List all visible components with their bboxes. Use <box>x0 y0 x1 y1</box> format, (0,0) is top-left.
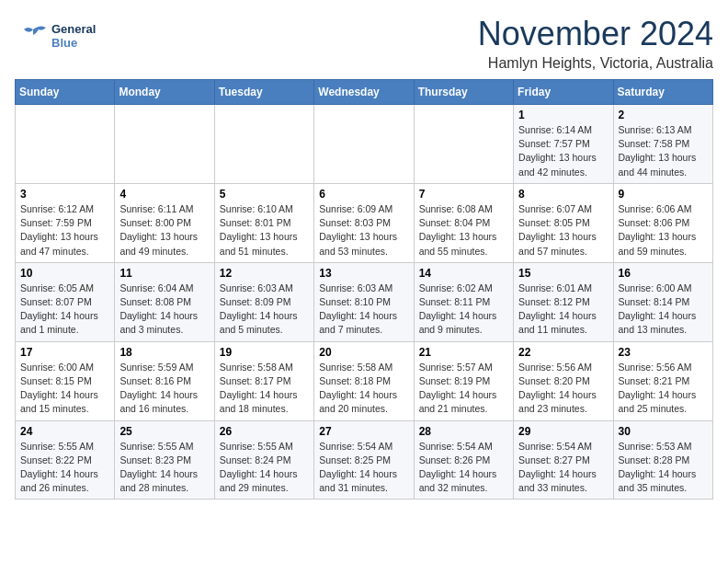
day-number: 16 <box>619 267 708 280</box>
calendar-day-header: Tuesday <box>214 80 313 105</box>
calendar-cell: 6Sunrise: 6:09 AM Sunset: 8:03 PM Daylig… <box>314 183 414 262</box>
day-info: Sunrise: 6:00 AM Sunset: 8:15 PM Dayligh… <box>20 361 109 417</box>
calendar-cell: 13Sunrise: 6:03 AM Sunset: 8:10 PM Dayli… <box>314 262 414 341</box>
calendar-cell <box>214 105 313 184</box>
day-number: 10 <box>20 267 109 280</box>
day-number: 27 <box>319 425 408 438</box>
calendar-cell: 2Sunrise: 6:13 AM Sunset: 7:58 PM Daylig… <box>613 105 712 184</box>
calendar-cell: 20Sunrise: 5:58 AM Sunset: 8:18 PM Dayli… <box>314 341 414 420</box>
day-number: 18 <box>119 346 209 359</box>
day-number: 19 <box>220 346 309 359</box>
day-info: Sunrise: 5:58 AM Sunset: 8:17 PM Dayligh… <box>220 361 309 417</box>
day-number: 1 <box>518 109 608 121</box>
day-info: Sunrise: 6:06 AM Sunset: 8:06 PM Dayligh… <box>619 202 708 259</box>
calendar-cell: 19Sunrise: 5:58 AM Sunset: 8:17 PM Dayli… <box>214 341 313 420</box>
day-number: 13 <box>319 267 408 280</box>
calendar-cell: 25Sunrise: 5:55 AM Sunset: 8:23 PM Dayli… <box>115 420 214 500</box>
calendar-week-row: 17Sunrise: 6:00 AM Sunset: 8:15 PM Dayli… <box>16 341 713 420</box>
calendar-cell: 26Sunrise: 5:55 AM Sunset: 8:24 PM Dayli… <box>214 420 313 500</box>
day-number: 20 <box>319 346 408 359</box>
logo: General Blue <box>15 18 96 55</box>
calendar-day-header: Monday <box>115 80 214 105</box>
day-number: 24 <box>20 425 109 438</box>
calendar-cell: 27Sunrise: 5:54 AM Sunset: 8:25 PM Dayli… <box>314 420 414 500</box>
day-info: Sunrise: 5:55 AM Sunset: 8:24 PM Dayligh… <box>220 440 309 496</box>
calendar-week-row: 24Sunrise: 5:55 AM Sunset: 8:22 PM Dayli… <box>16 420 713 500</box>
day-info: Sunrise: 5:55 AM Sunset: 8:22 PM Dayligh… <box>20 440 109 496</box>
calendar-day-header: Thursday <box>414 80 513 105</box>
day-info: Sunrise: 5:53 AM Sunset: 8:28 PM Dayligh… <box>619 440 708 496</box>
day-number: 5 <box>220 188 309 201</box>
calendar-cell: 10Sunrise: 6:05 AM Sunset: 8:07 PM Dayli… <box>16 262 115 341</box>
header: General Blue November 2024 Hamlyn Height… <box>15 15 713 72</box>
day-number: 8 <box>518 188 608 201</box>
day-number: 28 <box>419 425 508 438</box>
calendar-cell: 24Sunrise: 5:55 AM Sunset: 8:22 PM Dayli… <box>16 420 115 500</box>
day-number: 14 <box>419 267 508 280</box>
day-info: Sunrise: 6:02 AM Sunset: 8:11 PM Dayligh… <box>419 282 508 338</box>
calendar-cell: 3Sunrise: 6:12 AM Sunset: 7:59 PM Daylig… <box>16 183 115 262</box>
calendar-week-row: 3Sunrise: 6:12 AM Sunset: 7:59 PM Daylig… <box>16 183 713 262</box>
day-number: 22 <box>518 346 608 359</box>
day-number: 25 <box>119 425 209 438</box>
day-info: Sunrise: 6:01 AM Sunset: 8:12 PM Dayligh… <box>518 282 608 338</box>
calendar-cell: 12Sunrise: 6:03 AM Sunset: 8:09 PM Dayli… <box>214 262 313 341</box>
day-info: Sunrise: 6:12 AM Sunset: 7:59 PM Dayligh… <box>20 202 109 259</box>
logo-blue: Blue <box>51 37 96 51</box>
calendar-cell: 7Sunrise: 6:08 AM Sunset: 8:04 PM Daylig… <box>414 183 513 262</box>
calendar-cell: 4Sunrise: 6:11 AM Sunset: 8:00 PM Daylig… <box>115 183 214 262</box>
day-number: 12 <box>220 267 309 280</box>
month-title: November 2024 <box>478 15 713 53</box>
calendar-header-row: SundayMondayTuesdayWednesdayThursdayFrid… <box>16 80 713 105</box>
calendar-cell: 23Sunrise: 5:56 AM Sunset: 8:21 PM Dayli… <box>613 341 712 420</box>
calendar-cell: 21Sunrise: 5:57 AM Sunset: 8:19 PM Dayli… <box>414 341 513 420</box>
calendar-cell: 30Sunrise: 5:53 AM Sunset: 8:28 PM Dayli… <box>613 420 712 500</box>
calendar-cell: 11Sunrise: 6:04 AM Sunset: 8:08 PM Dayli… <box>115 262 214 341</box>
logo-bird-icon <box>15 18 51 55</box>
day-info: Sunrise: 6:13 AM Sunset: 7:58 PM Dayligh… <box>619 123 708 179</box>
calendar-cell <box>314 105 414 184</box>
day-number: 9 <box>619 188 708 201</box>
calendar-cell: 16Sunrise: 6:00 AM Sunset: 8:14 PM Dayli… <box>613 262 712 341</box>
day-info: Sunrise: 6:08 AM Sunset: 8:04 PM Dayligh… <box>419 202 508 259</box>
day-info: Sunrise: 5:54 AM Sunset: 8:25 PM Dayligh… <box>319 440 408 496</box>
day-number: 4 <box>119 188 209 201</box>
calendar-cell: 9Sunrise: 6:06 AM Sunset: 8:06 PM Daylig… <box>613 183 712 262</box>
day-info: Sunrise: 5:55 AM Sunset: 8:23 PM Dayligh… <box>119 440 209 496</box>
day-info: Sunrise: 6:11 AM Sunset: 8:00 PM Dayligh… <box>119 202 209 259</box>
day-info: Sunrise: 6:09 AM Sunset: 8:03 PM Dayligh… <box>319 202 408 259</box>
calendar-cell: 14Sunrise: 6:02 AM Sunset: 8:11 PM Dayli… <box>414 262 513 341</box>
day-number: 7 <box>419 188 508 201</box>
calendar-cell <box>414 105 513 184</box>
day-number: 21 <box>419 346 508 359</box>
calendar-table: SundayMondayTuesdayWednesdayThursdayFrid… <box>15 79 713 500</box>
calendar-day-header: Friday <box>514 80 613 105</box>
calendar-day-header: Wednesday <box>314 80 414 105</box>
location: Hamlyn Heights, Victoria, Australia <box>478 55 713 72</box>
calendar-cell: 18Sunrise: 5:59 AM Sunset: 8:16 PM Dayli… <box>115 341 214 420</box>
day-info: Sunrise: 5:58 AM Sunset: 8:18 PM Dayligh… <box>319 361 408 417</box>
day-info: Sunrise: 6:03 AM Sunset: 8:10 PM Dayligh… <box>319 282 408 338</box>
day-number: 2 <box>619 109 708 121</box>
calendar-cell: 5Sunrise: 6:10 AM Sunset: 8:01 PM Daylig… <box>214 183 313 262</box>
day-number: 26 <box>220 425 309 438</box>
day-info: Sunrise: 5:54 AM Sunset: 8:27 PM Dayligh… <box>518 440 608 496</box>
calendar-cell: 28Sunrise: 5:54 AM Sunset: 8:26 PM Dayli… <box>414 420 513 500</box>
day-number: 3 <box>20 188 109 201</box>
day-info: Sunrise: 5:56 AM Sunset: 8:20 PM Dayligh… <box>518 361 608 417</box>
calendar-cell: 22Sunrise: 5:56 AM Sunset: 8:20 PM Dayli… <box>514 341 613 420</box>
calendar-day-header: Sunday <box>16 80 115 105</box>
day-info: Sunrise: 6:14 AM Sunset: 7:57 PM Dayligh… <box>518 123 608 179</box>
calendar-cell <box>115 105 214 184</box>
calendar-cell: 1Sunrise: 6:14 AM Sunset: 7:57 PM Daylig… <box>514 105 613 184</box>
calendar-cell <box>16 105 115 184</box>
day-info: Sunrise: 6:10 AM Sunset: 8:01 PM Dayligh… <box>220 202 309 259</box>
day-number: 23 <box>619 346 708 359</box>
calendar-cell: 15Sunrise: 6:01 AM Sunset: 8:12 PM Dayli… <box>514 262 613 341</box>
calendar-week-row: 10Sunrise: 6:05 AM Sunset: 8:07 PM Dayli… <box>16 262 713 341</box>
logo-general: General <box>51 23 96 37</box>
day-number: 30 <box>619 425 708 438</box>
day-info: Sunrise: 6:05 AM Sunset: 8:07 PM Dayligh… <box>20 282 109 338</box>
day-info: Sunrise: 6:04 AM Sunset: 8:08 PM Dayligh… <box>119 282 209 338</box>
day-number: 15 <box>518 267 608 280</box>
